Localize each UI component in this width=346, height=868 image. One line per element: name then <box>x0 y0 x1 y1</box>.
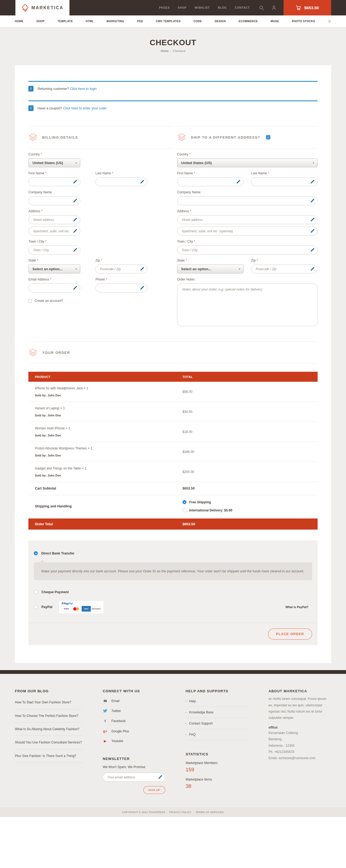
coupon-link[interactable]: Click here to enter your code <box>63 106 106 110</box>
list-item[interactable]: How To Choose The Perfect Fashion Store? <box>15 709 82 723</box>
footer-divider-bar <box>0 670 346 674</box>
list-item[interactable]: Should You Use Fashion Consultant Servic… <box>15 736 82 749</box>
subnav-code[interactable]: CODE <box>194 20 202 23</box>
cart-subtotal-value: $653.50 <box>182 487 195 490</box>
search-icon[interactable] <box>259 5 264 10</box>
product-seller: Sold by: John Doe <box>35 434 182 437</box>
subnav-html[interactable]: HTML <box>86 20 94 23</box>
order-notes-textarea[interactable] <box>177 283 318 326</box>
edit-pen-icon <box>73 248 77 252</box>
site-footer: FROM OUR BLOG How To Start Your Own Fash… <box>0 674 346 817</box>
cart-icon <box>296 5 301 10</box>
login-link[interactable]: Click here to login <box>70 87 97 91</box>
list-item[interactable]: How To Start Your Own Fashion Store? <box>15 696 82 709</box>
subnav-muse[interactable]: MUSE <box>271 20 279 23</box>
top-nav-blog[interactable]: BLOG <box>218 6 227 9</box>
billing-first-name-label: First Name <box>28 172 44 175</box>
order-total-label: Order Total <box>28 522 182 526</box>
product-seller: Sold by: John Doe <box>35 474 182 477</box>
payment-method-cheque[interactable]: Cheque Payment <box>34 587 312 597</box>
shipping-street-address-input[interactable] <box>177 215 318 224</box>
paypal-logo: PPayPal <box>62 602 101 605</box>
chevron-down-icon[interactable] <box>328 20 331 23</box>
product-total: $200.00 <box>182 466 194 477</box>
shipping-first-name-input[interactable] <box>177 177 244 186</box>
top-nav-shop[interactable]: SHOP <box>178 6 186 9</box>
billing-heading: BILLING DETAILS <box>42 135 78 140</box>
ship-different-checkbox[interactable]: ✓ <box>266 135 270 140</box>
stat-items-value: 38 <box>186 783 248 789</box>
column-total: TOTAL <box>182 375 193 378</box>
subnav-shop[interactable]: SHOP <box>36 20 45 23</box>
terms-link[interactable]: TERMS OF SERVICES <box>196 811 224 813</box>
info-icon: i <box>28 86 34 92</box>
breadcrumb-home[interactable]: Home <box>161 49 168 53</box>
radio-icon[interactable] <box>34 605 38 609</box>
subnav-template[interactable]: TEMPLATE <box>57 20 73 23</box>
subnav-cms-templates[interactable]: CMS TEMPLATES <box>156 20 180 23</box>
edit-pen-icon <box>73 229 77 234</box>
list-item[interactable]: Plus Size Fashion: Is There Such a Thing… <box>15 749 82 763</box>
help-link-help[interactable]: ▪Help <box>186 696 248 707</box>
subnav-marketing[interactable]: MARKETING <box>107 20 124 23</box>
social-link-facebook[interactable]: f Facebook <box>103 716 166 726</box>
shipping-address2-input[interactable] <box>177 227 318 236</box>
top-nav-wishlist[interactable]: WISHLIST <box>195 6 210 9</box>
user-account-icon[interactable] <box>271 5 277 10</box>
signup-button[interactable]: SIGN UP <box>143 786 166 794</box>
help-link-faq[interactable]: ▪FAQ <box>186 729 248 740</box>
social-link-twitter[interactable]: Twitter <box>103 706 166 716</box>
subnav-design[interactable]: DESIGN <box>215 20 226 23</box>
shipping-country-select[interactable]: United States (US) ▾ <box>177 158 318 167</box>
billing-state-label: State <box>28 258 36 262</box>
edit-pen-icon <box>310 198 315 203</box>
radio-icon[interactable] <box>34 590 38 594</box>
shipping-option-international[interactable]: International Delivery: $5.90 <box>182 508 232 512</box>
help-link-contact-support[interactable]: ▪Contact Support <box>186 718 248 729</box>
payment-method-paypal[interactable]: PayPal PPayPal VISA AMEX DISCOVER What i… <box>34 597 312 617</box>
required-asterisk: * <box>101 258 102 262</box>
shipping-zip-input[interactable] <box>251 265 318 274</box>
place-order-button[interactable]: PLACE ORDER <box>268 628 312 640</box>
subnav-ecommerce[interactable]: ECOMMERCE <box>239 20 258 23</box>
edit-pen-icon <box>140 286 144 290</box>
breadcrumb-current: Checkout <box>173 49 185 53</box>
privacy-policy-link[interactable]: PRIVACY POLICY <box>169 811 192 813</box>
ship-different-heading: SHIP TO A DIFFERENT ADDRESS? <box>191 135 260 140</box>
top-nav-contact[interactable]: CONTACT <box>235 6 250 9</box>
breadcrumb: Home › Checkout <box>0 49 346 53</box>
shipping-state-select[interactable]: Select an option... ▾ <box>177 265 244 274</box>
shipping-company-input[interactable] <box>177 196 318 205</box>
subnav-photo-stocks[interactable]: PHOTO STOCKS <box>292 20 315 23</box>
help-link-knowledge-base[interactable]: ▪Knowledge Base <box>186 707 248 718</box>
newsletter-email-input[interactable] <box>103 773 166 782</box>
product-total: $345.00 <box>182 446 194 457</box>
logo[interactable]: MARKETICA <box>15 0 69 16</box>
subnav-home[interactable]: HOME <box>15 20 24 23</box>
social-link-email[interactable]: ✉ Email <box>103 696 166 706</box>
shipping-option-free[interactable]: Free Shipping <box>182 500 232 504</box>
shipping-last-name-input[interactable] <box>251 177 318 186</box>
product-seller: Sold by: John Doe <box>35 394 182 397</box>
billing-country-select[interactable]: United States (US) ▾ <box>28 158 80 167</box>
product-name: Gadget and Things on the Table × 1 <box>35 466 182 470</box>
top-nav-pages[interactable]: PAGES <box>159 6 170 9</box>
social-link-youtube[interactable]: ▶ Youtube <box>103 736 166 746</box>
radio-selected-icon[interactable] <box>182 500 186 504</box>
billing-state-select[interactable]: Select an option... ▾ <box>28 265 80 274</box>
create-account-checkbox[interactable] <box>28 299 32 303</box>
cart-subtotal-row: Cart Subtotal $653.50 <box>28 482 318 495</box>
what-is-paypal-link[interactable]: What is PayPal? <box>285 606 308 609</box>
shipping-town-input[interactable] <box>177 246 318 254</box>
office-address-line: Bandung. <box>269 736 331 742</box>
list-item[interactable]: What Is So Alluring About Celebrity Fash… <box>15 723 82 736</box>
radio-selected-icon[interactable] <box>34 551 38 555</box>
radio-icon[interactable] <box>182 508 186 512</box>
stat-items-label: Marketplace Items <box>186 778 248 781</box>
social-link-google-plus[interactable]: g+ Google Plus <box>103 726 166 736</box>
payment-method-bank-transfer[interactable]: Direct Bank Transfer <box>34 548 312 559</box>
subnav-psd[interactable]: PSD <box>137 20 143 23</box>
cart-button[interactable]: $653.50 <box>283 0 331 16</box>
coupon-notice: i Have a coupon? Click here to enter you… <box>28 100 318 111</box>
square-bullet-icon: ▪ <box>186 700 186 703</box>
